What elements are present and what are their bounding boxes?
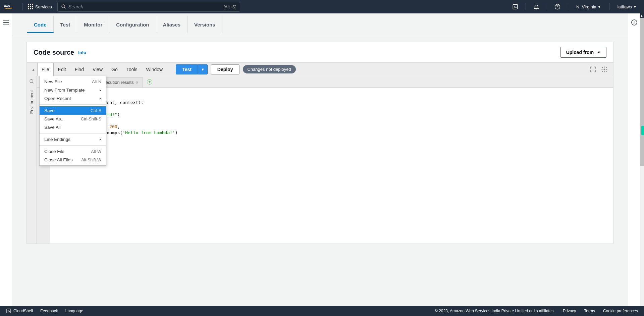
apps-grid-icon: [28, 4, 33, 9]
cloudshell-header-icon[interactable]: [509, 2, 521, 12]
aws-logo[interactable]: aws: [4, 3, 16, 10]
region-selector[interactable]: N. Virginia▼: [573, 4, 604, 9]
notifications-icon[interactable]: [531, 2, 542, 12]
caret-down-icon: ▼: [633, 5, 637, 9]
help-icon[interactable]: [552, 2, 563, 12]
services-button[interactable]: Services: [25, 4, 55, 9]
search-input[interactable]: [68, 4, 223, 9]
search-shortcut: [Alt+S]: [223, 4, 236, 9]
svg-text:aws: aws: [4, 4, 10, 7]
top-header: aws Services [Alt+S] N. Virginia▼ latifa…: [0, 0, 644, 13]
caret-down-icon: ▼: [598, 5, 601, 9]
search-icon: [61, 4, 66, 9]
svg-point-1: [62, 5, 65, 8]
search-box[interactable]: [Alt+S]: [57, 2, 240, 12]
user-menu[interactable]: latifaws▼: [614, 4, 640, 9]
svg-line-2: [64, 7, 65, 8]
services-label: Services: [35, 4, 52, 9]
